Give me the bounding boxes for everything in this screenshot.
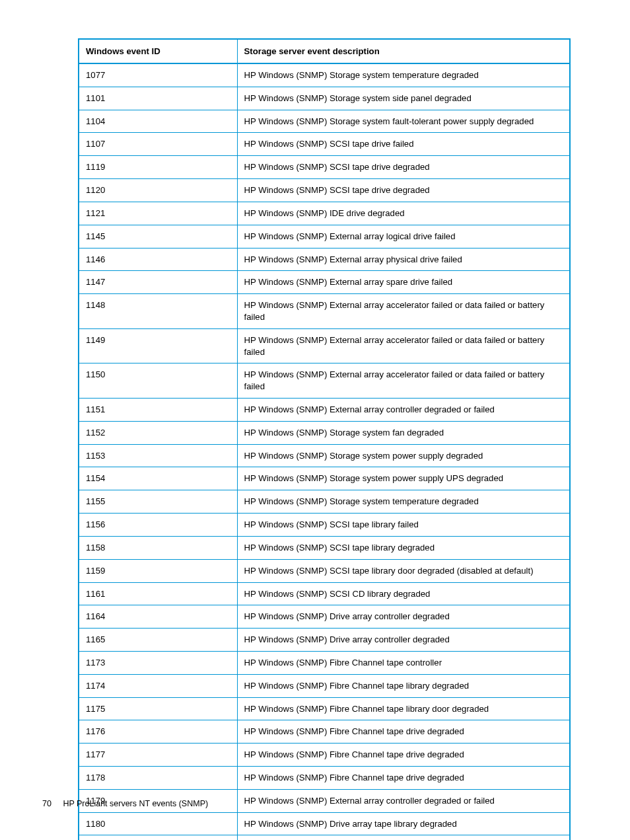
cell-event-desc: HP Windows (SNMP) SCSI CD library degrad… xyxy=(237,582,570,605)
cell-event-desc: HP Windows (SNMP) Fibre Channel tape dri… xyxy=(237,767,570,790)
cell-event-id: 1156 xyxy=(79,514,237,537)
cell-event-id: 1181 xyxy=(79,835,237,840)
table-row: 1107HP Windows (SNMP) SCSI tape drive fa… xyxy=(79,133,570,156)
cell-event-id: 1159 xyxy=(79,559,237,582)
cell-event-desc: HP Windows (SNMP) Fibre Channel tape dri… xyxy=(237,720,570,744)
cell-event-id: 1107 xyxy=(79,133,237,156)
cell-event-desc: HP Windows (SNMP) Storage system tempera… xyxy=(237,490,570,514)
cell-event-desc: HP Windows (SNMP) Drive array tape libra… xyxy=(237,812,570,835)
table-row: 1119HP Windows (SNMP) SCSI tape drive de… xyxy=(79,156,570,179)
cell-event-desc: HP Windows (SNMP) Storage system fault-t… xyxy=(237,110,570,133)
cell-event-id: 1175 xyxy=(79,697,237,720)
cell-event-desc: HP Windows (SNMP) External array control… xyxy=(237,399,570,422)
table-row: 1101HP Windows (SNMP) Storage system sid… xyxy=(79,87,570,110)
cell-event-id: 1104 xyxy=(79,110,237,133)
cell-event-id: 1077 xyxy=(79,63,237,87)
table-body: 1077HP Windows (SNMP) Storage system tem… xyxy=(79,63,570,840)
table-row: 1120HP Windows (SNMP) SCSI tape drive de… xyxy=(79,179,570,202)
cell-event-desc: HP Windows (SNMP) Drive array controller… xyxy=(237,629,570,652)
table-row: 1155HP Windows (SNMP) Storage system tem… xyxy=(79,490,570,514)
cell-event-id: 1101 xyxy=(79,87,237,110)
table-row: 1164HP Windows (SNMP) Drive array contro… xyxy=(79,605,570,629)
cell-event-id: 1174 xyxy=(79,674,237,697)
table-row: 1159HP Windows (SNMP) SCSI tape library … xyxy=(79,559,570,582)
events-table: Windows event ID Storage server event de… xyxy=(78,38,571,840)
cell-event-desc: HP Windows (SNMP) Drive array tape libra… xyxy=(237,835,570,840)
table-row: 1150HP Windows (SNMP) External array acc… xyxy=(79,363,570,399)
cell-event-id: 1152 xyxy=(79,421,237,444)
page-number: 70 xyxy=(42,799,52,808)
cell-event-desc: HP Windows (SNMP) Storage system side pa… xyxy=(237,87,570,110)
cell-event-id: 1121 xyxy=(79,202,237,225)
cell-event-desc: HP Windows (SNMP) Storage system fan deg… xyxy=(237,421,570,444)
cell-event-id: 1161 xyxy=(79,582,237,605)
cell-event-desc: HP Windows (SNMP) Drive array controller… xyxy=(237,605,570,629)
header-event-desc: Storage server event description xyxy=(237,39,570,63)
cell-event-id: 1164 xyxy=(79,605,237,629)
table-row: 1181HP Windows (SNMP) Drive array tape l… xyxy=(79,835,570,840)
cell-event-desc: HP Windows (SNMP) External array spare d… xyxy=(237,271,570,294)
cell-event-id: 1155 xyxy=(79,490,237,514)
cell-event-desc: HP Windows (SNMP) Storage system power s… xyxy=(237,444,570,467)
page-footer: 70 HP ProLiant servers NT events (SNMP) xyxy=(42,799,208,808)
cell-event-id: 1173 xyxy=(79,651,237,674)
cell-event-desc: HP Windows (SNMP) SCSI tape library door… xyxy=(237,559,570,582)
cell-event-desc: HP Windows (SNMP) SCSI tape drive degrad… xyxy=(237,179,570,202)
cell-event-id: 1153 xyxy=(79,444,237,467)
cell-event-desc: HP Windows (SNMP) Fibre Channel tape lib… xyxy=(237,697,570,720)
table-row: 1158HP Windows (SNMP) SCSI tape library … xyxy=(79,536,570,559)
table-row: 1153HP Windows (SNMP) Storage system pow… xyxy=(79,444,570,467)
table-row: 1161HP Windows (SNMP) SCSI CD library de… xyxy=(79,582,570,605)
table-row: 1178HP Windows (SNMP) Fibre Channel tape… xyxy=(79,767,570,790)
cell-event-id: 1158 xyxy=(79,536,237,559)
table-row: 1152HP Windows (SNMP) Storage system fan… xyxy=(79,421,570,444)
cell-event-desc: HP Windows (SNMP) IDE drive degraded xyxy=(237,202,570,225)
footer-section-title: HP ProLiant servers NT events (SNMP) xyxy=(63,799,208,808)
cell-event-id: 1146 xyxy=(79,248,237,271)
table-row: 1175HP Windows (SNMP) Fibre Channel tape… xyxy=(79,697,570,720)
cell-event-desc: HP Windows (SNMP) Storage system power s… xyxy=(237,467,570,490)
table-row: 1176HP Windows (SNMP) Fibre Channel tape… xyxy=(79,720,570,744)
cell-event-desc: HP Windows (SNMP) SCSI tape library fail… xyxy=(237,514,570,537)
header-event-id: Windows event ID xyxy=(79,39,237,63)
table-row: 1154HP Windows (SNMP) Storage system pow… xyxy=(79,467,570,490)
table-row: 1149HP Windows (SNMP) External array acc… xyxy=(79,328,570,363)
cell-event-id: 1178 xyxy=(79,767,237,790)
table-row: 1145HP Windows (SNMP) External array log… xyxy=(79,225,570,248)
cell-event-desc: HP Windows (SNMP) SCSI tape drive failed xyxy=(237,133,570,156)
cell-event-desc: HP Windows (SNMP) Fibre Channel tape con… xyxy=(237,651,570,674)
cell-event-id: 1151 xyxy=(79,399,237,422)
table-row: 1121HP Windows (SNMP) IDE drive degraded xyxy=(79,202,570,225)
cell-event-id: 1145 xyxy=(79,225,237,248)
cell-event-desc: HP Windows (SNMP) External array logical… xyxy=(237,225,570,248)
cell-event-id: 1150 xyxy=(79,363,237,399)
table-row: 1147HP Windows (SNMP) External array spa… xyxy=(79,271,570,294)
cell-event-id: 1177 xyxy=(79,744,237,767)
cell-event-id: 1148 xyxy=(79,294,237,329)
cell-event-desc: HP Windows (SNMP) Fibre Channel tape lib… xyxy=(237,674,570,697)
cell-event-id: 1176 xyxy=(79,720,237,744)
table-row: 1151HP Windows (SNMP) External array con… xyxy=(79,399,570,422)
cell-event-id: 1154 xyxy=(79,467,237,490)
cell-event-desc: HP Windows (SNMP) External array control… xyxy=(237,789,570,812)
table-row: 1156HP Windows (SNMP) SCSI tape library … xyxy=(79,514,570,537)
cell-event-desc: HP Windows (SNMP) SCSI tape drive degrad… xyxy=(237,156,570,179)
cell-event-desc: HP Windows (SNMP) Storage system tempera… xyxy=(237,63,570,87)
table-row: 1174HP Windows (SNMP) Fibre Channel tape… xyxy=(79,674,570,697)
table-row: 1165HP Windows (SNMP) Drive array contro… xyxy=(79,629,570,652)
cell-event-id: 1147 xyxy=(79,271,237,294)
cell-event-id: 1120 xyxy=(79,179,237,202)
table-row: 1146HP Windows (SNMP) External array phy… xyxy=(79,248,570,271)
cell-event-desc: HP Windows (SNMP) Fibre Channel tape dri… xyxy=(237,744,570,767)
cell-event-desc: HP Windows (SNMP) External array acceler… xyxy=(237,294,570,329)
table-row: 1077HP Windows (SNMP) Storage system tem… xyxy=(79,63,570,87)
table-row: 1148HP Windows (SNMP) External array acc… xyxy=(79,294,570,329)
table-row: 1180HP Windows (SNMP) Drive array tape l… xyxy=(79,812,570,835)
table-row: 1177HP Windows (SNMP) Fibre Channel tape… xyxy=(79,744,570,767)
cell-event-desc: HP Windows (SNMP) External array physica… xyxy=(237,248,570,271)
cell-event-desc: HP Windows (SNMP) SCSI tape library degr… xyxy=(237,536,570,559)
table-row: 1173HP Windows (SNMP) Fibre Channel tape… xyxy=(79,651,570,674)
cell-event-desc: HP Windows (SNMP) External array acceler… xyxy=(237,328,570,363)
cell-event-id: 1180 xyxy=(79,812,237,835)
table-header-row: Windows event ID Storage server event de… xyxy=(79,39,570,63)
